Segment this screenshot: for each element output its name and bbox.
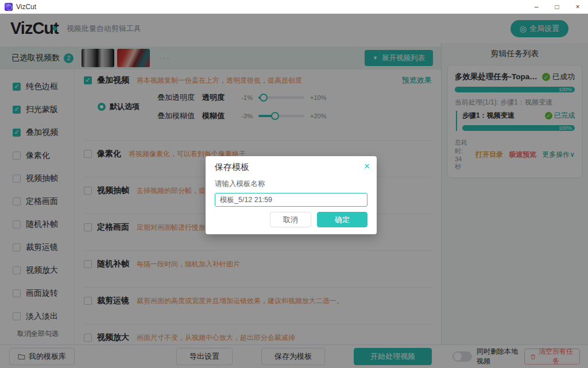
maximize-button[interactable]: □ — [547, 0, 567, 14]
close-button[interactable]: × — [567, 0, 588, 14]
window-titlebar: VizCut – □ × — [0, 0, 588, 14]
app-icon — [5, 3, 13, 11]
dialog-close-icon[interactable]: × — [364, 161, 370, 172]
cancel-button[interactable]: 取消 — [270, 212, 311, 227]
save-template-dialog: 保存模板 × 请输入模板名称 取消 确定 — [206, 156, 377, 234]
minimize-button[interactable]: – — [526, 0, 547, 14]
window-title: VizCut — [16, 3, 36, 11]
confirm-button[interactable]: 确定 — [317, 212, 368, 227]
template-name-label: 请输入模板名称 — [215, 179, 368, 189]
dialog-title: 保存模板 — [215, 162, 368, 173]
template-name-input[interactable] — [215, 193, 368, 207]
